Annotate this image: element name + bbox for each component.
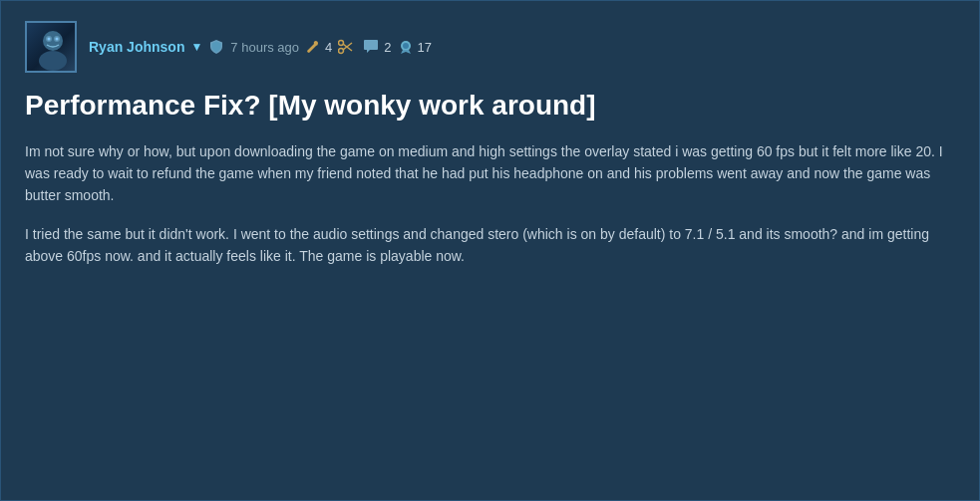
post-body: Im not sure why or how, but upon downloa… [25,140,955,268]
chat-bubble-icon [362,39,380,55]
svg-point-1 [43,31,63,51]
svg-line-11 [343,44,352,51]
scissors-icon [338,39,356,55]
avatar[interactable] [25,21,77,73]
svg-point-6 [56,38,59,41]
shield-icon [208,39,224,55]
post-header: Ryan Johnson ▼ 7 hours ago 4 [25,21,955,73]
timestamp: 7 hours ago [230,40,299,55]
post-title: Performance Fix? [My wonky work around] [25,89,955,123]
wrench-icon [305,39,321,55]
badge-count: 17 [418,40,432,55]
badge-icon [398,39,414,55]
svg-point-13 [403,43,409,49]
post-meta: Ryan Johnson ▼ 7 hours ago 4 [89,39,432,55]
post-paragraph-2: I tried the same but it didn't work. I w… [25,223,955,268]
stat-key [338,39,356,55]
svg-point-2 [39,51,67,71]
stat-wrench: 4 [305,39,332,55]
dropdown-arrow-icon[interactable]: ▼ [190,40,202,54]
svg-point-5 [48,38,51,41]
post-container: Ryan Johnson ▼ 7 hours ago 4 [0,0,980,501]
bubble-count: 2 [384,40,391,55]
svg-point-7 [307,50,309,52]
post-paragraph-1: Im not sure why or how, but upon downloa… [25,140,955,207]
svg-line-10 [343,43,352,50]
stat-bubble: 2 [362,39,391,55]
stat-badge: 17 [398,39,432,55]
wrench-count: 4 [325,40,332,55]
author-name[interactable]: Ryan Johnson [89,39,184,55]
